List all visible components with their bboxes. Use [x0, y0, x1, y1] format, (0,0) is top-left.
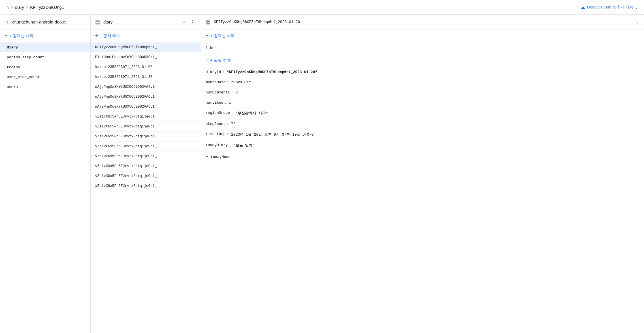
collection-name: region: [7, 65, 20, 69]
sidebar-item-period_step_count[interactable]: period_step_count: [0, 52, 90, 62]
breadcrumb: ⌂ > diary > KFITyzzOnKUhg..: [6, 4, 64, 10]
document-item[interactable]: wAjePmpOu8XYkUUX5C6i902VA6y1_: [91, 102, 201, 112]
doc-id: wAjePmpOu8XYkUUX5C6i902VA6y1_: [95, 85, 157, 89]
document-item[interactable]: yZe1vX6x5Fh5EJrvtxRptq1je0o1_: [91, 142, 201, 151]
google-cloud-button[interactable]: ☁ Google Cloud의 추가 기능 ⌄: [580, 4, 638, 10]
document-item[interactable]: yZe1vX6x5Fh5EJrvtxRptq1je0o1_: [91, 151, 201, 161]
document-item[interactable]: yZe1vX6x5Fh5EJrvtxRptq1je0o1_: [91, 132, 201, 142]
document-item[interactable]: PlqtUuntCngqmvfoY0ap8QuH3Gk1_: [91, 52, 201, 62]
add-field-label: + 필드 추가: [210, 58, 231, 63]
google-cloud-label: Google Cloud의 추가 기능: [587, 5, 633, 10]
field-value: 0: [236, 90, 238, 95]
doc-id: yZe1vX6x5Fh5EJrvtxRptq1je0o1_: [95, 174, 157, 178]
doc-id: wAjePmpOu8XYkUUX5C6i902VA6y1_: [95, 105, 157, 109]
plus-icon: +: [5, 33, 8, 39]
sidebar-item-diary[interactable]: diary›: [0, 42, 90, 52]
right-column: ▦ KFITyzzOnKUhgR8CFZsT6Hdcp6n1_2023-01-2…: [201, 15, 644, 333]
document-item[interactable]: wAjePmpOu8XYkUUX5C6i902VA6y1_: [91, 82, 201, 92]
doc-detail-title: KFITyzzOnKUhgR8CFZsT6Hdcp6n1_2023-01-20: [214, 20, 633, 24]
add-collection-label: + 컬렉션 시작: [9, 33, 34, 39]
field-value: "오늘 일기": [233, 143, 255, 148]
doc-id: PlqtUuntCngqmvfoY0ap8QuH3Gk1_: [95, 55, 157, 59]
right-more-vert-icon[interactable]: ⋮: [635, 20, 639, 24]
left-col-header: ≋ chungchunon-android-dd695: [0, 15, 90, 29]
doc-id: wAjePmpOu8XYkUUX5C6i902VA6y1_: [95, 95, 157, 99]
doc-id: yZe1vX6x5Fh5EJrvtxRptq1je0o1_: [95, 125, 157, 129]
home-icon[interactable]: ⌂: [6, 4, 9, 10]
breadcrumb-diary[interactable]: diary: [15, 5, 24, 10]
sidebar-item-user_step_count[interactable]: user_step_count: [0, 72, 90, 82]
doc-id: yZe1vX6x5Fh5EJrvtxRptq1je0o1_: [95, 164, 157, 168]
document-item[interactable]: yZe1vX6x5Fh5EJrvtxRptq1je0o1_: [91, 161, 201, 171]
subcollection-item[interactable]: likes: [201, 42, 644, 54]
field-key: monthDate: [206, 80, 225, 84]
plus-icon-field: +: [206, 57, 209, 63]
field-row: diaryId : "KFITyzzOnKUhgR8CFZsT6Hdcp6n1_…: [201, 67, 644, 77]
field-value: 1: [229, 101, 231, 105]
doc-id: yZe1vX6x5Fh5EJrvtxRptq1je0o1_: [95, 184, 157, 188]
field-key: numComments: [206, 90, 230, 95]
field-key: diaryId: [206, 70, 221, 74]
document-item[interactable]: yZe1vX6x5Fh5EJrvtxRptq1je0o1_: [91, 181, 201, 191]
document-item[interactable]: KFITyzzOnKUhgR8CFZsT6Hdcp6n1_: [91, 42, 201, 52]
field-value: "부산광역시 서구": [236, 111, 268, 116]
field-key: numLikes: [206, 101, 223, 105]
field-key: timestamp: [206, 132, 225, 136]
field-row: stepCount : 72: [201, 119, 644, 129]
field-colon: :: [227, 80, 229, 84]
filter-icon[interactable]: ≡: [181, 18, 187, 26]
field-value: 72: [231, 122, 236, 126]
field-key: regionGroup: [206, 111, 230, 115]
right-add-collection-button[interactable]: + + 컬렉션 시작: [201, 29, 644, 42]
doc-id: kakao:2358828971_2023-01-30: [95, 75, 153, 79]
doc-id: yZe1vX6x5Fh5EJrvtxRptq1je0o1_: [95, 154, 157, 158]
right-panel-header: ▦ KFITyzzOnKUhgR8CFZsT6Hdcp6n1_2023-01-2…: [201, 15, 644, 29]
doc-id: kakao:2358828971_2023-01-08: [95, 65, 153, 69]
field-colon: :: [229, 143, 231, 147]
document-item[interactable]: wAjePmpOu8XYkUUX5C6i902VA6y1_: [91, 92, 201, 102]
sidebar-item-users[interactable]: users: [0, 82, 90, 92]
right-add-collection-label: + 컬렉션 시작: [210, 33, 235, 39]
collection-name: user_step_count: [7, 75, 40, 79]
cloud-icon: ☁: [580, 4, 585, 10]
add-field-button[interactable]: + + 필드 추가: [201, 54, 644, 67]
mid-col-header: ▤ diary ≡ ⋮: [91, 15, 201, 29]
arrow-icon: ›: [84, 45, 86, 50]
field-row: monthDate : "2023-01": [201, 77, 644, 87]
document-item[interactable]: yZe1vX6x5Fh5EJrvtxRptq1je0o1_: [91, 112, 201, 122]
field-key: todayMood: [211, 155, 231, 159]
subcollection-list: likes: [201, 42, 644, 54]
more-vert-icon[interactable]: ⋮: [189, 18, 196, 26]
field-key: stepCount: [206, 122, 225, 126]
breadcrumb-sep-2: >: [26, 5, 28, 10]
field-row: timestamp : 2023년 1월 20일 오후 9시 37분 10초 U…: [201, 129, 644, 140]
field-row: regionGroup : "부산광역시 서구": [201, 108, 644, 119]
add-document-label: + 문서 추가: [100, 33, 120, 39]
breadcrumb-sep-1: >: [11, 5, 13, 10]
document-item[interactable]: yZe1vX6x5Fh5EJrvtxRptq1je0o1_: [91, 122, 201, 132]
field-value: 2023년 1월 20일 오후 9시 37분 10초 UTC+9: [231, 132, 314, 137]
add-collection-button[interactable]: + + 컬렉션 시작: [0, 29, 90, 42]
doc-id: yZe1vX6x5Fh5EJrvtxRptq1je0o1_: [95, 115, 157, 119]
document-item[interactable]: kakao:2358828971_2023-01-08: [91, 62, 201, 72]
collection-name: period_step_count: [7, 55, 44, 59]
document-item[interactable]: kakao:2358828971_2023-01-30: [91, 72, 201, 82]
right-panel-body: + + 컬렉션 시작 likes + + 필드 추가 diaryId : "KF…: [201, 29, 644, 163]
add-document-button[interactable]: + + 문서 추가: [91, 29, 201, 42]
plus-icon-mid: +: [95, 33, 98, 39]
field-list: diaryId : "KFITyzzOnKUhgR8CFZsT6Hdcp6n1_…: [201, 67, 644, 163]
topbar: ⌂ > diary > KFITyzzOnKUhg.. ☁ Google Clo…: [0, 0, 644, 15]
collection-name: diary: [7, 45, 18, 50]
field-colon: :: [227, 122, 229, 126]
mid-col-title: diary: [103, 20, 179, 24]
field-row: numComments : 0: [201, 87, 644, 98]
field-row: numLikes : 1: [201, 98, 644, 108]
doc-id: KFITyzzOnKUhgR8CFZsT6Hdcp6n1_: [95, 45, 157, 49]
field-value: "2023-01": [231, 80, 251, 84]
field-colon: :: [231, 90, 233, 95]
collection-name: users: [7, 85, 18, 89]
database-icon: ≋: [5, 19, 9, 25]
document-item[interactable]: yZe1vX6x5Fh5EJrvtxRptq1je0o1_: [91, 171, 201, 181]
plus-icon-right-col: +: [206, 33, 209, 39]
sidebar-item-region[interactable]: region: [0, 62, 90, 72]
